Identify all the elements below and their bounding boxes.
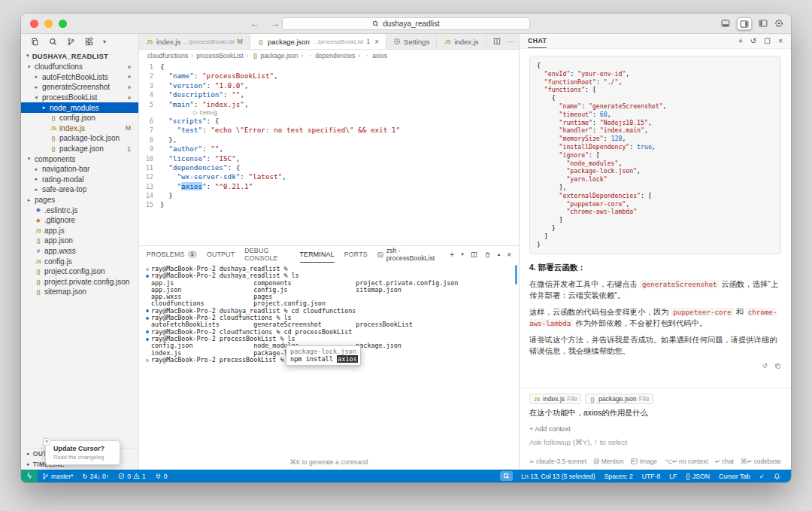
breadcrumb-item[interactable]: cloudfunctions bbox=[147, 52, 188, 59]
breadcrumb-item[interactable]: {}package.json bbox=[251, 52, 298, 59]
split-editor-icon[interactable] bbox=[493, 38, 501, 45]
encoding-status[interactable]: UTF-8 bbox=[638, 470, 665, 482]
tree-item-processBookList[interactable]: ▾processBookList bbox=[21, 93, 138, 103]
tree-item-project.private.config.json[interactable]: {}project.private.config.json bbox=[21, 276, 138, 287]
tree-item-project.config.json[interactable]: {}project.config.json bbox=[21, 266, 138, 277]
context-chip-package.json[interactable]: {}package.jsonFile bbox=[585, 394, 653, 404]
tree-item-package-lock.json[interactable]: {}package-lock.json bbox=[21, 133, 138, 144]
more-actions-icon[interactable]: ··· bbox=[508, 38, 515, 46]
code-editor[interactable]: 1{2 "name": "processBookList",3 "version… bbox=[139, 61, 519, 245]
maximize-panel-icon[interactable]: ▴ bbox=[498, 251, 501, 257]
search-icon[interactable] bbox=[49, 38, 57, 46]
breadcrumb-item[interactable]: processBookList bbox=[196, 52, 243, 59]
breadcrumb-item[interactable]: ▫axios bbox=[363, 52, 387, 59]
toggle-panel-icon[interactable] bbox=[721, 19, 730, 28]
add-context-button[interactable]: + Add context bbox=[529, 425, 781, 433]
tree-item-.eslintrc.js[interactable]: ◆.eslintrc.js bbox=[21, 205, 138, 215]
panel-tab-PROBLEMS[interactable]: PROBLEMS1 bbox=[147, 246, 197, 263]
terminal-instance[interactable]: zsh - processBookList bbox=[377, 247, 444, 262]
tree-item-cloudfunctions[interactable]: ▾cloudfunctions bbox=[21, 62, 138, 72]
model-selector[interactable]: ∞claude-3.5-sonnet bbox=[529, 458, 586, 465]
new-chat-icon[interactable]: + bbox=[738, 37, 743, 45]
split-terminal-icon[interactable] bbox=[471, 251, 477, 258]
close-notification-icon[interactable]: × bbox=[43, 438, 50, 446]
chat-tab[interactable]: CHAT bbox=[528, 34, 547, 48]
files-icon[interactable] bbox=[31, 38, 39, 46]
explorer-root[interactable]: ▾ DUSHAYA_READLIST bbox=[21, 50, 138, 62]
chat-history-icon[interactable]: ↺ bbox=[750, 37, 756, 45]
chat-input[interactable]: Ask followup (⌘Y), ↑ to select bbox=[529, 438, 781, 446]
cursor-tab-status[interactable]: Cursor Tab bbox=[714, 470, 755, 482]
tab-index.js[interactable]: JSindex.js.../processBookListM bbox=[139, 34, 250, 49]
terminal-scrollbar[interactable] bbox=[515, 265, 517, 284]
close-panel-icon[interactable]: × bbox=[507, 251, 511, 259]
tree-item-node_modules[interactable]: ▸node_modules bbox=[21, 102, 138, 113]
codebase-submit-hint[interactable]: ⌘↵ codebase bbox=[741, 458, 781, 465]
check-indicator[interactable]: ✓ bbox=[755, 470, 769, 482]
extensions-icon[interactable] bbox=[85, 38, 93, 46]
panel-tab-DEBUG CONSOLE[interactable]: DEBUG CONSOLE bbox=[244, 246, 289, 263]
tab-package.json[interactable]: {}package.json.../processBookList1× bbox=[250, 34, 386, 49]
back-button[interactable]: ← bbox=[250, 18, 259, 29]
terminal[interactable]: ray@MacBook-Pro-2 dushaya_readlist %ray@… bbox=[139, 263, 519, 470]
tree-item-rating-modal[interactable]: ▸rating-modal bbox=[21, 175, 138, 185]
terminal-dropdown-icon[interactable]: ▾ bbox=[461, 251, 464, 257]
tree-item-safe-area-top[interactable]: ▸safe-area-top bbox=[21, 184, 138, 195]
panel-tab-PORTS[interactable]: PORTS bbox=[344, 246, 368, 263]
cursor-position[interactable]: Ln 13, Col 13 (5 selected) bbox=[517, 470, 599, 482]
retry-icon[interactable]: ↺ bbox=[762, 362, 768, 370]
notifications-bell[interactable] bbox=[769, 470, 785, 482]
tree-item-sitemap.json[interactable]: {}sitemap.json bbox=[21, 287, 138, 297]
notification-subtitle[interactable]: Read the changelog bbox=[53, 454, 114, 461]
chat-submit-hint[interactable]: ↵ chat bbox=[715, 458, 734, 465]
tree-item-app.js[interactable]: JSapp.js bbox=[21, 226, 138, 236]
tree-item-config.json[interactable]: {}config.json bbox=[21, 113, 138, 123]
update-notification[interactable]: × Update Cursor? Read the changelog bbox=[45, 440, 120, 465]
indentation-status[interactable]: Spaces: 2 bbox=[600, 470, 638, 482]
eol-status[interactable]: LF bbox=[665, 470, 681, 482]
forward-button[interactable]: → bbox=[271, 18, 280, 29]
panel-tab-OUTPUT[interactable]: OUTPUT bbox=[207, 246, 235, 263]
tree-item-app.json[interactable]: {}app.json bbox=[21, 236, 138, 246]
tree-item-components[interactable]: ▾components bbox=[21, 154, 138, 164]
zoom-indicator[interactable] bbox=[500, 471, 513, 481]
settings-gear-icon[interactable] bbox=[774, 19, 783, 28]
image-button[interactable]: Image bbox=[631, 458, 657, 465]
toggle-secondary-sidebar-icon[interactable] bbox=[737, 17, 752, 30]
breadcrumb-item[interactable]: ▫dependencies bbox=[306, 52, 355, 59]
tab-Settings[interactable]: Settings bbox=[386, 34, 437, 49]
panel-tab-TERMINAL[interactable]: TERMINAL bbox=[300, 246, 335, 263]
close-tab-icon[interactable]: × bbox=[374, 38, 379, 46]
maximize-window-button[interactable] bbox=[59, 20, 67, 28]
problems-status[interactable]: 0 1 bbox=[114, 470, 150, 482]
close-chat-icon[interactable]: × bbox=[778, 37, 783, 45]
language-mode[interactable]: {}JSON bbox=[681, 470, 714, 482]
remote-indicator[interactable]: ϟ bbox=[21, 470, 38, 482]
tree-item-app.wxss[interactable]: #app.wxss bbox=[21, 246, 138, 257]
tree-item-autoFetchBookLists[interactable]: ▸autoFetchBookLists bbox=[21, 72, 138, 83]
ports-status[interactable]: 0 bbox=[150, 470, 172, 482]
copy-icon[interactable] bbox=[774, 363, 781, 370]
command-center-search[interactable]: dushaya_readlist bbox=[282, 17, 530, 30]
open-chat-in-editor-icon[interactable] bbox=[764, 38, 771, 44]
tree-item-.gitignore[interactable]: ◆.gitignore bbox=[21, 215, 138, 226]
new-terminal-icon[interactable]: + bbox=[450, 251, 454, 259]
tree-item-navigation-bar[interactable]: ▸navigation-bar bbox=[21, 164, 138, 175]
context-chip-index.js[interactable]: JSindex.jsFile bbox=[529, 394, 581, 404]
git-branch-status[interactable]: master* bbox=[38, 470, 78, 482]
tree-item-generateScreenshot[interactable]: ▸generateScreenshot bbox=[21, 82, 138, 93]
tree-item-config.js[interactable]: JSconfig.js bbox=[21, 256, 138, 266]
sync-status[interactable]: ↻24↓ 0↑ bbox=[78, 470, 114, 482]
tree-item-pages[interactable]: ▸pages bbox=[21, 195, 138, 205]
chevron-down-icon[interactable]: ▾ bbox=[103, 38, 106, 45]
toggle-primary-sidebar-icon[interactable] bbox=[759, 19, 768, 28]
mention-button[interactable]: @ Mention bbox=[593, 458, 624, 465]
tab-index.js[interactable]: JSindex.js bbox=[437, 34, 486, 49]
source-control-icon[interactable] bbox=[67, 38, 75, 46]
debug-codelens[interactable]: ▷ Debug bbox=[139, 109, 519, 117]
minimize-window-button[interactable] bbox=[44, 20, 53, 28]
tree-item-package.json[interactable]: {}package.json1 bbox=[21, 144, 138, 154]
close-window-button[interactable] bbox=[30, 20, 38, 28]
kill-terminal-icon[interactable] bbox=[484, 251, 491, 258]
tree-item-index.js[interactable]: JSindex.jsM bbox=[21, 123, 138, 134]
